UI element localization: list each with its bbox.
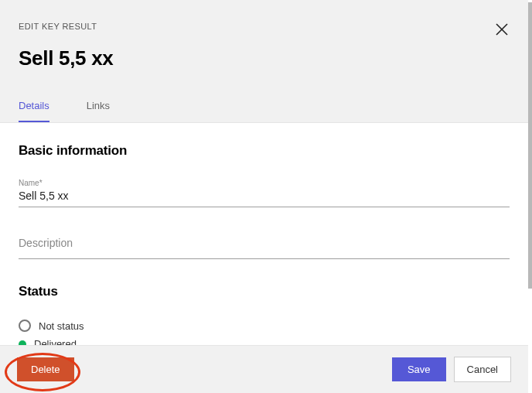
tab-links[interactable]: Links	[87, 92, 110, 122]
status-option-not-status[interactable]: Not status	[19, 320, 510, 332]
status-heading: Status	[19, 284, 510, 299]
save-button[interactable]: Save	[392, 357, 446, 381]
status-option-delivered[interactable]: Delivered	[19, 338, 510, 345]
description-input[interactable]: Description	[19, 229, 510, 254]
edit-key-result-dialog: EDIT KEY RESULT Sell 5,5 xx Details Link…	[0, 0, 528, 393]
radio-icon	[19, 320, 31, 332]
tabs: Details Links	[19, 92, 510, 122]
dialog-overline: EDIT KEY RESULT	[19, 22, 97, 31]
name-label: Name*	[19, 179, 510, 187]
dialog-footer: Delete Save Cancel	[0, 345, 528, 393]
status-label: Not status	[39, 320, 84, 332]
scrollbar-thumb[interactable]	[528, 2, 532, 289]
status-label: Delivered	[34, 338, 77, 345]
delete-button[interactable]: Delete	[17, 357, 74, 381]
description-field[interactable]: Description	[19, 229, 510, 259]
dialog-content[interactable]: Basic information Name* Sell 5,5 xx Desc…	[0, 123, 528, 345]
name-input[interactable]: Sell 5,5 xx	[19, 190, 510, 202]
name-field[interactable]: Name* Sell 5,5 xx	[19, 179, 510, 207]
basic-info-heading: Basic information	[19, 143, 510, 159]
cancel-button[interactable]: Cancel	[454, 357, 511, 382]
dialog-header: EDIT KEY RESULT Sell 5,5 xx Details Link…	[0, 0, 528, 123]
tab-details[interactable]: Details	[19, 92, 49, 122]
dialog-title: Sell 5,5 xx	[19, 46, 510, 70]
close-icon[interactable]	[494, 22, 510, 40]
